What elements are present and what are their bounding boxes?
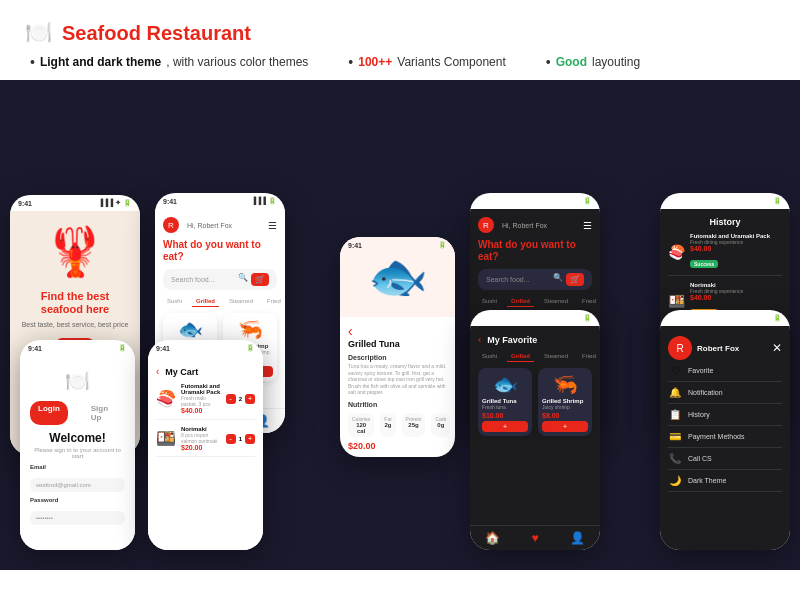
food-emoji-2: 🦐 xyxy=(227,317,273,341)
phone-item-detail: 9:41 🔋 🐟 ‹ Grilled Tuna Description Tuna… xyxy=(340,237,455,457)
profile-info: R Robert Fox xyxy=(668,336,739,360)
fav-back-btn[interactable]: ‹ xyxy=(478,334,481,345)
tab-sushi[interactable]: Sushi xyxy=(163,296,186,307)
history-title: History xyxy=(668,217,782,227)
phone-favorites-dark-screen: 9:41 🔋 ‹ My Favorite Sushi Grilled Steam… xyxy=(470,310,600,550)
avatar: R xyxy=(163,217,179,233)
fav-add-btn-1[interactable]: + xyxy=(482,421,528,432)
feature-layout: Good layouting xyxy=(546,54,640,70)
feature-layout-highlight: Good xyxy=(556,55,587,69)
fav-nav-heart[interactable]: ♥ xyxy=(531,531,538,545)
cart-item-info-1: Futomaki and Uramaki Pack Fresh maki pac… xyxy=(181,383,221,414)
cart-icon[interactable]: 🛒 xyxy=(251,273,269,286)
menu-label-history: History xyxy=(688,411,710,418)
home-question: What do you want to eat? xyxy=(163,239,277,263)
menu-item-payment[interactable]: 💳 Payment Methods xyxy=(668,426,782,448)
app-title: Seafood Restaurant xyxy=(62,22,251,45)
status-bar-7: 9:41 🔋 xyxy=(470,310,600,326)
menu-icon[interactable]: ☰ xyxy=(268,220,277,231)
fav-food-emoji-2: 🦐 xyxy=(542,372,588,396)
fav-nav-profile[interactable]: 👤 xyxy=(570,531,585,545)
menu-item-history[interactable]: 📋 History xyxy=(668,404,782,426)
add-to-cart-button[interactable]: Add to cart 🛒 xyxy=(348,457,447,458)
dark-cart-icon[interactable]: 🛒 xyxy=(566,273,584,286)
fav-tab-grilled[interactable]: Grilled xyxy=(507,351,534,362)
menu-item-darktheme[interactable]: 🌙 Dark Theme xyxy=(668,470,782,492)
dark-user-row: R Hi, Robert Fox ☰ xyxy=(478,217,592,233)
dark-home-question: What do you want to eat? xyxy=(478,239,592,263)
tab-grilled[interactable]: Grilled xyxy=(192,296,219,307)
qty-minus-2[interactable]: - xyxy=(226,434,236,444)
status-bar-4: 9:41 🔋 xyxy=(148,340,263,356)
nutrition-row: Calories 120 cal Fat 2g Protein 25g Carb… xyxy=(348,413,447,437)
qty-plus-1[interactable]: + xyxy=(245,394,255,404)
close-icon[interactable]: ✕ xyxy=(772,341,782,355)
dark-menu-icon[interactable]: ☰ xyxy=(583,220,592,231)
login-tab-login[interactable]: Login xyxy=(30,401,68,425)
history-item-1: 🍣 Futomaki and Uramaki Pack Fresh dining… xyxy=(668,233,782,276)
dark-avatar: R xyxy=(478,217,494,233)
item-back-button[interactable]: ‹ xyxy=(348,323,353,339)
history-price-2: $40.00 xyxy=(690,294,782,301)
status-bar-8: 9:41 🔋 xyxy=(660,193,790,209)
status-bar-1: 9:41 ▐▐▐ ✦ 🔋 xyxy=(10,195,140,211)
qty-minus-1[interactable]: - xyxy=(226,394,236,404)
welcome-subtitle: Please sign in to your account to start xyxy=(30,447,125,459)
login-tab-signup[interactable]: Sign Up xyxy=(83,401,125,425)
menu-item-favorite[interactable]: ♡ Favorite xyxy=(668,360,782,382)
feature-variants-rest: Variants Component xyxy=(397,55,506,69)
feature-theme-highlight: Light and dark theme xyxy=(40,55,161,69)
category-tabs: Sushi Grilled Steamed Fried xyxy=(163,296,277,307)
landing-subtitle: Best taste, best service, best price xyxy=(22,321,129,328)
password-input[interactable]: •••••••• xyxy=(30,511,125,525)
dark-search-bar[interactable]: Search food... 🔍 🛒 xyxy=(478,269,592,290)
landing-title: Find the best seafood here xyxy=(20,290,130,316)
login-chef-icon: 🍽️ xyxy=(30,369,125,393)
tab-fried[interactable]: Fried xyxy=(263,296,285,307)
tab-steamed[interactable]: Steamed xyxy=(225,296,257,307)
fav-tab-sushi[interactable]: Sushi xyxy=(478,351,501,362)
qty-control-1: - 2 + xyxy=(226,394,255,404)
feature-theme: Light and dark theme , with various colo… xyxy=(30,54,308,70)
email-input[interactable]: seafood@gmail.com xyxy=(30,478,125,492)
fav-add-btn-2[interactable]: + xyxy=(542,421,588,432)
feature-variants: 100++ Variants Component xyxy=(348,54,505,70)
cart-item-name-1: Futomaki and Uramaki Pack xyxy=(181,383,221,395)
item-detail-body: ‹ Grilled Tuna Description Tuna has a me… xyxy=(340,317,455,457)
dark-tab-sushi[interactable]: Sushi xyxy=(478,296,501,307)
search-bar[interactable]: Search food... 🔍 🛒 xyxy=(163,269,277,290)
phone-item-detail-screen: 9:41 🔋 🐟 ‹ Grilled Tuna Description Tuna… xyxy=(340,237,455,457)
header: 🍽️ Seafood Restaurant Light and dark the… xyxy=(0,0,800,80)
history-img-1: 🍣 xyxy=(668,244,685,260)
nutrition-protein: Protein 25g xyxy=(402,413,426,437)
fav-nav-home[interactable]: 🏠 xyxy=(485,531,500,545)
cart-item-2: 🍱 Norimaki 8 pcs nopori salmon norimaki … xyxy=(156,426,255,457)
phone-profile: 9:41 🔋 R Robert Fox ✕ ♡ Favorite 🔔 xyxy=(660,310,790,550)
menu-label-notification: Notification xyxy=(688,389,723,396)
dark-username: Hi, Robert Fox xyxy=(502,222,547,229)
search-icon[interactable]: 🔍 xyxy=(238,273,248,286)
dark-search-icon[interactable]: 🔍 xyxy=(553,273,563,286)
dark-category-tabs: Sushi Grilled Steamed Fried xyxy=(478,296,592,307)
phone-profile-screen: 9:41 🔋 R Robert Fox ✕ ♡ Favorite 🔔 xyxy=(660,310,790,550)
cart-item-price-2: $20.00 xyxy=(181,444,221,451)
menu-label-darktheme: Dark Theme xyxy=(688,477,726,484)
menu-item-callcs[interactable]: 📞 Call CS xyxy=(668,448,782,470)
menu-item-notification[interactable]: 🔔 Notification xyxy=(668,382,782,404)
feature-layout-rest: layouting xyxy=(592,55,640,69)
dark-tab-fried[interactable]: Fried xyxy=(578,296,600,307)
history-icon: 📋 xyxy=(668,409,682,420)
fav-tab-steamed[interactable]: Steamed xyxy=(540,351,572,362)
chef-icon: 🍽️ xyxy=(25,20,52,46)
qty-num-1: 2 xyxy=(239,396,242,402)
dark-tab-grilled[interactable]: Grilled xyxy=(507,296,534,307)
back-button[interactable]: ‹ xyxy=(156,366,159,377)
cart-item-price-1: $40.00 xyxy=(181,407,221,414)
nutrition-fat: Fat 2g xyxy=(380,413,395,437)
fav-title: My Favorite xyxy=(487,335,537,345)
qty-plus-2[interactable]: + xyxy=(245,434,255,444)
fav-food-emoji-1: 🐟 xyxy=(482,372,528,396)
dark-tab-steamed[interactable]: Steamed xyxy=(540,296,572,307)
fav-tab-fried[interactable]: Fried xyxy=(578,351,600,362)
fav-food-cards: 🐟 Grilled Tuna Fresh tuna $10.00 + 🦐 Gri… xyxy=(478,368,592,436)
